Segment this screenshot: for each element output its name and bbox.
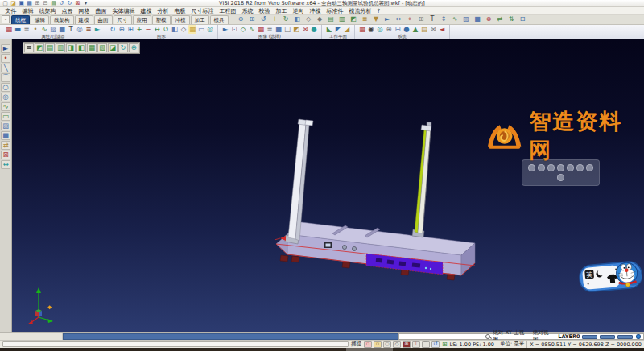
tab-tooling[interactable]: 模具 — [210, 15, 229, 24]
invert-selection-icon[interactable]: ◩ — [292, 25, 300, 34]
pan-icon[interactable]: + — [270, 15, 280, 23]
settings-icon[interactable]: ⊕ — [385, 25, 393, 34]
menu-item-14[interactable]: 校验 — [256, 7, 273, 15]
search-icon[interactable] — [485, 334, 491, 340]
control-button-2[interactable] — [352, 246, 356, 250]
camera-icon[interactable]: ◉ — [367, 25, 375, 34]
filter-solid-icon[interactable]: ■ — [58, 25, 66, 34]
selection-icon[interactable]: ► — [382, 15, 393, 23]
ellipse-icon[interactable]: ◎ — [1, 93, 10, 101]
menu-item-10[interactable]: 电极 — [171, 7, 188, 15]
multi-view-icon[interactable]: ▦ — [188, 25, 196, 34]
snap-end-toggle[interactable]: ▫ — [364, 341, 372, 348]
iso-view-icon[interactable]: ◩ — [349, 15, 359, 23]
menu-item-20[interactable]: ? — [374, 7, 383, 15]
menu-item-9[interactable]: 分析 — [155, 7, 171, 15]
text-icon[interactable]: T — [427, 15, 438, 23]
wireframe-view-icon[interactable]: ◇ — [303, 15, 314, 23]
front-view-icon[interactable]: ▥ — [337, 15, 348, 23]
menu-item-11[interactable]: 尺寸标注 — [188, 7, 217, 15]
image-capture-icon[interactable]: ▦ — [358, 25, 366, 34]
single-view-icon[interactable]: ▭ — [197, 25, 205, 34]
workplane-standard-icon[interactable]: ◣ — [325, 25, 333, 34]
rotate-view-icon[interactable]: ↺ — [162, 25, 170, 34]
model-3d[interactable] — [12, 39, 644, 332]
snap-icon[interactable]: ⌖ — [405, 15, 415, 23]
tools-icon[interactable]: ⊠ — [429, 25, 437, 34]
print-icon[interactable]: ▤ — [50, 0, 57, 6]
filter-text-icon[interactable]: T — [67, 25, 75, 34]
toolbar-overflow-button[interactable]: - — [2, 15, 10, 23]
wireframe-mode-icon[interactable]: ◇ — [180, 25, 188, 34]
curve-icon[interactable]: ∿ — [450, 15, 460, 23]
tab-modeling[interactable]: 建模 — [75, 15, 93, 24]
shaded-view-icon[interactable]: ◧ — [292, 15, 303, 23]
menu-item-18[interactable]: 标准件 — [324, 7, 346, 15]
attribute-color-icon[interactable]: ▦ — [5, 25, 13, 34]
mask-icon[interactable]: ⊠ — [301, 25, 309, 34]
delete-icon[interactable]: ⊠ — [74, 0, 81, 6]
point-icon[interactable]: • — [1, 54, 10, 63]
menu-item-17[interactable]: 冲模 — [307, 7, 324, 15]
redo-icon[interactable]: ↻ — [66, 0, 73, 6]
measure-icon[interactable]: ↔ — [1, 160, 10, 169]
filter-surface-icon[interactable]: ▨ — [49, 25, 57, 34]
pick-attributes-icon[interactable]: ► — [93, 25, 101, 34]
shade-mode-icon[interactable]: ◧ — [171, 25, 179, 34]
snap-perpendicular-toggle[interactable]: ⊥ — [412, 341, 420, 348]
zoom-out-icon[interactable]: − — [144, 25, 152, 34]
dimension-icon[interactable]: ↕ — [439, 15, 449, 23]
hidden-line-icon[interactable]: ◆ — [315, 15, 325, 23]
zoom-window-icon[interactable]: ⊞ — [126, 25, 134, 34]
pan-view-icon[interactable]: ↔ — [153, 25, 161, 34]
grid-snap-icon[interactable]: ⊞ — [442, 341, 448, 348]
select-single-icon[interactable]: ► — [221, 25, 229, 34]
transform-icon[interactable]: ⇄ — [495, 15, 506, 23]
zoom-previous-icon[interactable]: ↺ — [258, 15, 269, 23]
menu-item-2[interactable]: 编辑 — [19, 7, 36, 15]
save-all-icon[interactable]: ▦ — [26, 0, 33, 6]
right-column[interactable] — [412, 122, 431, 237]
surface-icon[interactable]: ▨ — [461, 15, 472, 23]
status-dot-icon[interactable] — [636, 334, 641, 339]
info-icon[interactable]: ● — [402, 25, 411, 34]
filter-point-icon[interactable]: • — [31, 25, 39, 34]
viewport-3d[interactable]: ≡◩▤▥◨◧▦▧◪↻⊕ — [12, 39, 644, 332]
filter-curve-icon[interactable]: ∿ — [40, 25, 48, 34]
attribute-layer-icon[interactable]: ≣ — [23, 25, 31, 34]
tab-surface[interactable]: 曲面 — [94, 15, 113, 24]
highlight-icon[interactable]: ● — [310, 25, 318, 34]
globe-icon[interactable]: ◎ — [376, 25, 384, 34]
select-window-icon[interactable]: ⊡ — [230, 25, 238, 34]
menu-item-5[interactable]: 网格 — [76, 7, 93, 15]
layer-chip-3[interactable] — [617, 335, 633, 339]
select-color-icon[interactable]: ▦ — [257, 25, 265, 34]
command-input[interactable] — [2, 341, 349, 347]
tab-dimension[interactable]: 尺寸 — [114, 15, 132, 24]
tab-wireframe-construction[interactable]: 线架构 — [50, 15, 74, 24]
zoom-window-icon[interactable]: ⊞ — [247, 15, 258, 23]
snap-tangent-toggle[interactable]: ⌒ — [422, 341, 430, 348]
filter-icon[interactable]: ▼ — [371, 15, 382, 23]
select-polygon-icon[interactable]: ◇ — [239, 25, 247, 34]
select-all-icon[interactable]: ■ — [275, 25, 283, 34]
paste-icon[interactable]: ⊟ — [42, 0, 49, 6]
array-icon[interactable]: ⊡ — [518, 15, 528, 23]
transform-icon[interactable]: ⇄ — [1, 141, 10, 150]
layer-chip-2[interactable] — [600, 335, 615, 339]
attribute-linetype-icon[interactable]: ▬ — [14, 25, 22, 34]
layer-manager-icon[interactable]: ≣ — [360, 15, 370, 23]
menu-item-1[interactable]: 文件 — [2, 7, 19, 15]
workplane-entity-icon[interactable]: ◢ — [343, 25, 351, 34]
boolean-icon[interactable]: ⊗ — [484, 15, 494, 23]
menu-item-16[interactable]: 逆向 — [290, 7, 307, 15]
mirror-icon[interactable]: ⇅ — [506, 15, 517, 23]
menu-item-13[interactable]: 系统 — [239, 7, 256, 15]
menu-item-6[interactable]: 曲面 — [93, 7, 109, 15]
menu-item-15[interactable]: 加工 — [273, 7, 290, 15]
menu-item-8[interactable]: 建模 — [138, 7, 155, 15]
tab-die[interactable]: 冲模 — [171, 15, 190, 24]
tab-mold[interactable]: 塑模 — [152, 15, 171, 24]
top-view-icon[interactable]: ▤ — [326, 15, 336, 23]
open-file-icon[interactable]: ◪ — [10, 0, 17, 6]
